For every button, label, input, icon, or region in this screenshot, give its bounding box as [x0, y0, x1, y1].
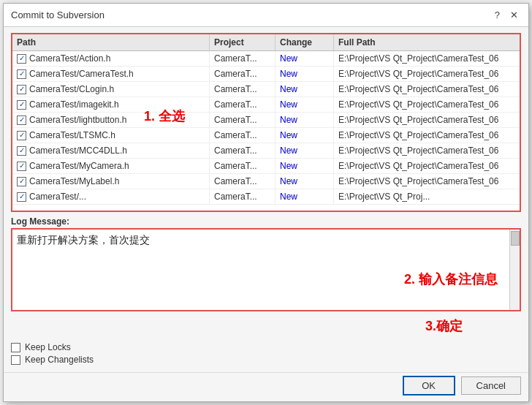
- bottom-checks: Keep Locks Keep Changelists: [11, 339, 521, 366]
- table-row[interactable]: CameraTest/MyCamera.h CameraT... New E:\…: [12, 159, 520, 174]
- cell-project: CameraT...: [210, 97, 276, 112]
- path-text: CameraTest/MyLabel.h: [29, 176, 119, 186]
- col-fullpath: Full Path: [334, 34, 520, 50]
- cell-path: CameraTest/MyLabel.h: [12, 174, 210, 189]
- log-label: Log Message:: [11, 216, 521, 227]
- cancel-button[interactable]: Cancel: [461, 376, 521, 395]
- check-box[interactable]: [11, 355, 20, 365]
- cell-path: CameraTest/...: [12, 189, 210, 204]
- row-checkbox[interactable]: [17, 162, 26, 171]
- cell-change: New: [276, 128, 334, 143]
- cell-path: CameraTest/MyCamera.h: [12, 159, 210, 173]
- log-area-wrapper: 2. 输入备注信息: [11, 228, 521, 311]
- row-checkbox[interactable]: [17, 192, 26, 202]
- path-text: CameraTest/...: [29, 192, 86, 202]
- table-row[interactable]: CameraTest/Action.h CameraT... New E:\Pr…: [12, 51, 520, 67]
- table-row[interactable]: CameraTest/... CameraT... New E:\Project…: [12, 189, 520, 205]
- cell-change: New: [276, 97, 334, 112]
- table-header: Path Project Change Full Path: [12, 34, 520, 51]
- cell-path: CameraTest/imagekit.h: [12, 97, 210, 112]
- cell-fullpath: E:\Project\VS Qt_Project\CameraTest_06: [334, 174, 520, 189]
- row-checkbox[interactable]: [17, 116, 26, 125]
- table-row[interactable]: CameraTest/LTSMC.h CameraT... New E:\Pro…: [12, 128, 520, 143]
- cell-change: New: [276, 174, 334, 189]
- cell-project: CameraT...: [210, 128, 276, 143]
- log-scrollbar-thumb: [511, 231, 520, 246]
- row-checkbox[interactable]: [17, 54, 26, 64]
- cell-project: CameraT...: [210, 82, 276, 96]
- dialog-title: Commit to Subversion: [11, 10, 104, 20]
- cell-fullpath: E:\Project\VS Qt_Project\CameraTest_06: [334, 51, 520, 66]
- cell-path: CameraTest/CLogin.h: [12, 82, 210, 96]
- close-button[interactable]: ✕: [507, 10, 521, 20]
- col-change: Change: [276, 34, 334, 50]
- title-controls: ? ✕: [492, 10, 521, 20]
- check-box[interactable]: [11, 343, 20, 352]
- cell-fullpath: E:\Project\VS Qt_Project\CameraTest_06: [334, 143, 520, 158]
- cell-change: New: [276, 82, 334, 96]
- row-checkbox[interactable]: [17, 85, 26, 94]
- file-table-section: Path Project Change Full Path CameraTest…: [11, 33, 521, 212]
- col-path: Path: [12, 34, 210, 50]
- cell-path: CameraTest/MCC4DLL.h: [12, 143, 210, 158]
- commit-dialog: Commit to Subversion ? ✕ Path Project Ch…: [3, 3, 529, 402]
- row-checkbox[interactable]: [17, 69, 26, 79]
- cell-change: New: [276, 113, 334, 127]
- table-row[interactable]: CameraTest/CLogin.h CameraT... New E:\Pr…: [12, 82, 520, 97]
- cell-fullpath: E:\Project\VS Qt_Project\CameraTest_06: [334, 82, 520, 96]
- cell-path: CameraTest/LTSMC.h: [12, 128, 210, 143]
- cell-path: CameraTest/lightbutton.h: [12, 113, 210, 127]
- check-label: Keep Locks: [25, 342, 71, 352]
- cell-path: CameraTest/CameraTest.h: [12, 67, 210, 81]
- cell-change: New: [276, 51, 334, 66]
- cell-project: CameraT...: [210, 174, 276, 189]
- cell-fullpath: E:\Project\VS Qt_Project\CameraTest_06: [334, 159, 520, 173]
- check-label: Keep Changelists: [25, 355, 94, 365]
- path-text: CameraTest/MCC4DLL.h: [29, 145, 127, 156]
- ok-button[interactable]: OK: [403, 376, 455, 395]
- bottom-check-0[interactable]: Keep Locks: [11, 342, 521, 352]
- row-checkbox[interactable]: [17, 131, 26, 140]
- table-row[interactable]: CameraTest/CameraTest.h CameraT... New E…: [12, 67, 520, 82]
- table-row[interactable]: CameraTest/MyLabel.h CameraT... New E:\P…: [12, 174, 520, 189]
- cell-project: CameraT...: [210, 113, 276, 127]
- cell-change: New: [276, 189, 334, 204]
- log-textarea[interactable]: [12, 230, 509, 310]
- log-scrollbar[interactable]: [509, 230, 520, 310]
- file-list[interactable]: CameraTest/Action.h CameraT... New E:\Pr…: [12, 51, 520, 211]
- path-text: CameraTest/MyCamera.h: [29, 161, 129, 171]
- dialog-footer: OK Cancel: [4, 372, 528, 401]
- path-text: CameraTest/CLogin.h: [29, 84, 114, 94]
- cell-project: CameraT...: [210, 67, 276, 81]
- title-bar: Commit to Subversion ? ✕: [4, 4, 528, 27]
- cell-fullpath: E:\Project\VS Qt_Project\CameraTest_06: [334, 113, 520, 127]
- path-text: CameraTest/Action.h: [29, 53, 110, 64]
- cell-project: CameraT...: [210, 143, 276, 158]
- cell-fullpath: E:\Project\VS Qt_Proj...: [334, 189, 520, 204]
- cell-fullpath: E:\Project\VS Qt_Project\CameraTest_06: [334, 128, 520, 143]
- table-row[interactable]: CameraTest/imagekit.h CameraT... New E:\…: [12, 97, 520, 113]
- table-row[interactable]: CameraTest/MCC4DLL.h CameraT... New E:\P…: [12, 143, 520, 159]
- path-text: CameraTest/CameraTest.h: [29, 69, 134, 79]
- row-checkbox[interactable]: [17, 146, 26, 156]
- path-text: CameraTest/imagekit.h: [29, 99, 119, 110]
- path-text: CameraTest/lightbutton.h: [29, 115, 126, 125]
- cell-project: CameraT...: [210, 51, 276, 66]
- cell-fullpath: E:\Project\VS Qt_Project\CameraTest_06: [334, 67, 520, 81]
- path-text: CameraTest/LTSMC.h: [29, 130, 115, 140]
- log-section: Log Message: 2. 输入备注信息: [11, 216, 521, 311]
- annotation-confirm: 3.确定: [11, 317, 521, 335]
- cell-path: CameraTest/Action.h: [12, 51, 210, 66]
- help-button[interactable]: ?: [492, 10, 503, 20]
- dialog-body: Path Project Change Full Path CameraTest…: [4, 27, 528, 372]
- bottom-check-1[interactable]: Keep Changelists: [11, 355, 521, 365]
- cell-change: New: [276, 67, 334, 81]
- cell-change: New: [276, 143, 334, 158]
- row-checkbox[interactable]: [17, 177, 26, 186]
- cell-project: CameraT...: [210, 159, 276, 173]
- cell-change: New: [276, 159, 334, 173]
- row-checkbox[interactable]: [17, 100, 26, 110]
- table-row[interactable]: CameraTest/lightbutton.h CameraT... New …: [12, 113, 520, 128]
- col-project: Project: [210, 34, 276, 50]
- cell-project: CameraT...: [210, 189, 276, 204]
